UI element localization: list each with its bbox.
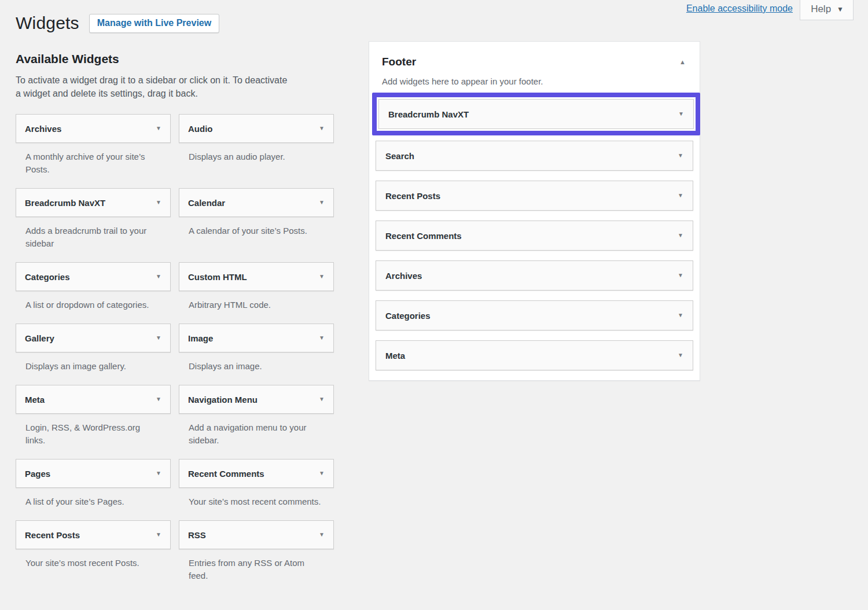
chevron-down-icon[interactable]: ▼ xyxy=(156,126,161,131)
widget-title: Archives xyxy=(385,271,422,281)
widget-description: A monthly archive of your site’s Posts. xyxy=(16,150,171,176)
available-widget-image[interactable]: Image ▼ xyxy=(179,324,334,352)
available-widget-rss[interactable]: RSS ▼ xyxy=(179,520,334,549)
widget-title: Calendar xyxy=(188,198,225,208)
footer-widget-categories[interactable]: Categories ▼ xyxy=(376,300,693,330)
chevron-up-icon[interactable]: ▲ xyxy=(679,59,686,65)
chevron-down-icon[interactable]: ▼ xyxy=(156,532,161,538)
widget-title: Audio xyxy=(188,124,213,134)
widget-description: A list of your site’s Pages. xyxy=(16,495,171,508)
chevron-down-icon[interactable]: ▼ xyxy=(156,274,161,280)
chevron-down-icon[interactable]: ▼ xyxy=(319,471,325,476)
widget-cell: Audio ▼ Displays an audio player. xyxy=(179,114,334,188)
available-widget-archives[interactable]: Archives ▼ xyxy=(16,114,171,143)
manage-with-live-preview-button[interactable]: Manage with Live Preview xyxy=(89,14,219,33)
available-widgets-grid: Archives ▼ A monthly archive of your sit… xyxy=(16,114,334,594)
main-content: Available Widgets To activate a widget d… xyxy=(0,33,868,594)
chevron-down-icon[interactable]: ▼ xyxy=(678,111,684,117)
page-title: Widgets xyxy=(16,13,79,33)
widget-description: Displays an image gallery. xyxy=(16,360,171,373)
widget-description: Displays an image. xyxy=(179,360,334,373)
chevron-down-icon[interactable]: ▼ xyxy=(319,396,325,402)
chevron-down-icon[interactable]: ▼ xyxy=(319,335,325,341)
widget-description: Add a navigation menu to your sidebar. xyxy=(179,421,334,447)
chevron-down-icon[interactable]: ▼ xyxy=(319,532,325,538)
widget-title: Breadcrumb NavXT xyxy=(25,198,105,208)
widget-title: Recent Posts xyxy=(385,191,440,201)
footer-widget-breadcrumb-navxt[interactable]: Breadcrumb NavXT ▼ xyxy=(378,99,694,129)
widget-description: Entries from any RSS or Atom feed. xyxy=(179,557,334,582)
chevron-down-icon[interactable]: ▼ xyxy=(678,233,683,238)
chevron-down-icon[interactable]: ▼ xyxy=(319,200,325,205)
chevron-down-icon[interactable]: ▼ xyxy=(678,153,683,159)
widget-title: Image xyxy=(188,333,213,343)
chevron-down-icon[interactable]: ▼ xyxy=(156,335,161,341)
available-widget-recent-comments[interactable]: Recent Comments ▼ xyxy=(179,459,334,488)
enable-accessibility-mode-link[interactable]: Enable accessibility mode xyxy=(686,3,793,14)
available-widget-meta[interactable]: Meta ▼ xyxy=(16,385,171,414)
available-widget-custom-html[interactable]: Custom HTML ▼ xyxy=(179,262,334,291)
widget-title: Breadcrumb NavXT xyxy=(388,109,469,119)
available-widget-calendar[interactable]: Calendar ▼ xyxy=(179,188,334,217)
chevron-down-icon: ▼ xyxy=(837,6,844,13)
chevron-down-icon[interactable]: ▼ xyxy=(156,396,161,402)
footer-sidebar-panel: Footer ▲ Add widgets here to appear in y… xyxy=(369,41,700,381)
widget-title: Navigation Menu xyxy=(188,395,258,405)
chevron-down-icon[interactable]: ▼ xyxy=(678,193,683,199)
widget-title: Meta xyxy=(25,395,45,405)
footer-widget-list: Breadcrumb NavXT ▼ Search ▼ Recent Posts… xyxy=(369,93,700,380)
chevron-down-icon[interactable]: ▼ xyxy=(156,471,161,476)
widget-cell: Meta ▼ Login, RSS, & WordPress.org links… xyxy=(16,385,171,459)
available-widgets-heading: Available Widgets xyxy=(16,52,334,66)
chevron-down-icon[interactable]: ▼ xyxy=(678,352,683,358)
available-widget-gallery[interactable]: Gallery ▼ xyxy=(16,324,171,352)
chevron-down-icon[interactable]: ▼ xyxy=(319,126,325,131)
widget-title: Recent Comments xyxy=(385,231,462,241)
widget-cell: Gallery ▼ Displays an image gallery. xyxy=(16,324,171,385)
widget-cell: Custom HTML ▼ Arbitrary HTML code. xyxy=(179,262,334,324)
widget-description: A calendar of your site’s Posts. xyxy=(179,225,334,237)
widget-cell: Calendar ▼ A calendar of your site’s Pos… xyxy=(179,188,334,262)
widget-description: A list or dropdown of categories. xyxy=(16,299,171,311)
widget-title: Archives xyxy=(25,124,61,134)
chevron-down-icon[interactable]: ▼ xyxy=(678,313,683,318)
footer-widget-search[interactable]: Search ▼ xyxy=(376,141,693,171)
widget-title: Recent Posts xyxy=(25,530,80,540)
widget-cell: Recent Comments ▼ Your site’s most recen… xyxy=(179,459,334,520)
chevron-down-icon[interactable]: ▼ xyxy=(319,274,325,280)
widget-description: Login, RSS, & WordPress.org links. xyxy=(16,421,171,447)
available-widget-pages[interactable]: Pages ▼ xyxy=(16,459,171,488)
available-widget-breadcrumb-navxt[interactable]: Breadcrumb NavXT ▼ xyxy=(16,188,171,217)
widget-cell: Categories ▼ A list or dropdown of categ… xyxy=(16,262,171,324)
available-widgets-description: To activate a widget drag it to a sideba… xyxy=(16,74,288,100)
chevron-down-icon[interactable]: ▼ xyxy=(678,273,683,278)
widget-cell: Navigation Menu ▼ Add a navigation menu … xyxy=(179,385,334,459)
footer-panel-header[interactable]: Footer ▲ xyxy=(369,42,700,68)
help-button[interactable]: Help ▼ xyxy=(800,0,854,20)
sidebar-column: Footer ▲ Add widgets here to appear in y… xyxy=(369,41,700,381)
available-widgets-section: Available Widgets To activate a widget d… xyxy=(16,33,334,594)
available-widget-categories[interactable]: Categories ▼ xyxy=(16,262,171,291)
widget-title: Search xyxy=(385,151,414,161)
footer-widget-recent-comments[interactable]: Recent Comments ▼ xyxy=(376,221,693,251)
widget-description: Displays an audio player. xyxy=(179,150,334,163)
available-widget-audio[interactable]: Audio ▼ xyxy=(179,114,334,143)
footer-widget-meta[interactable]: Meta ▼ xyxy=(376,340,693,370)
widget-title: Categories xyxy=(385,311,431,321)
footer-panel-description: Add widgets here to appear in your foote… xyxy=(369,76,700,86)
available-widget-navigation-menu[interactable]: Navigation Menu ▼ xyxy=(179,385,334,414)
widget-title: Pages xyxy=(25,469,50,479)
widget-cell: Pages ▼ A list of your site’s Pages. xyxy=(16,459,171,520)
available-widget-recent-posts[interactable]: Recent Posts ▼ xyxy=(16,520,171,549)
footer-widget-archives[interactable]: Archives ▼ xyxy=(376,260,693,291)
widget-description: Your site’s most recent Posts. xyxy=(16,557,171,569)
highlight-box: Breadcrumb NavXT ▼ xyxy=(372,93,700,135)
widget-description: Your site’s most recent comments. xyxy=(179,495,334,508)
widget-cell: Image ▼ Displays an image. xyxy=(179,324,334,385)
chevron-down-icon[interactable]: ▼ xyxy=(156,200,161,205)
widget-description: Adds a breadcrumb trail to your sidebar xyxy=(16,225,171,250)
widget-title: Custom HTML xyxy=(188,272,247,282)
widget-description: Arbitrary HTML code. xyxy=(179,299,334,311)
footer-widget-recent-posts[interactable]: Recent Posts ▼ xyxy=(376,181,693,211)
footer-panel-title: Footer xyxy=(382,56,416,68)
